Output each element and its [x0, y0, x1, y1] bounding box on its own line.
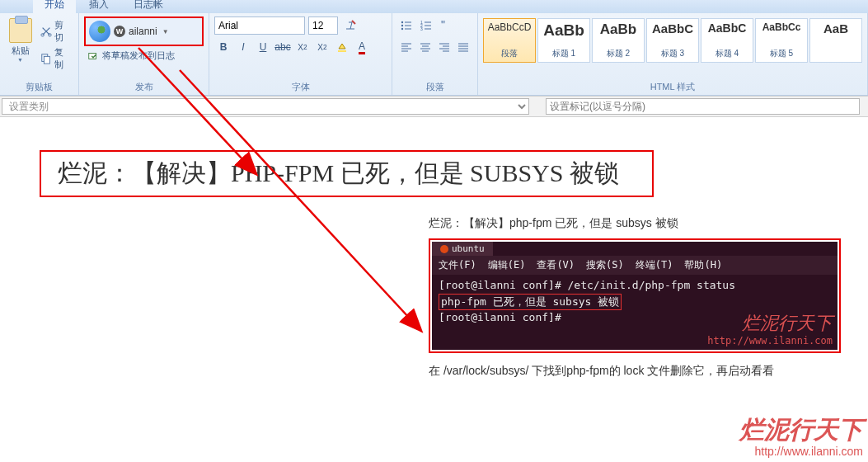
bold-button[interactable]: B	[214, 38, 232, 56]
document-area: 烂泥：【解决】PHP-FPM 已死，但是 SUBSYS 被锁 烂泥：【解决】ph…	[0, 117, 868, 380]
style-box-2[interactable]: AaBb标题 2	[592, 18, 645, 63]
scissors-icon	[40, 26, 52, 37]
style-box-5[interactable]: AaBbCc标题 5	[755, 18, 808, 63]
font-color-button[interactable]: A	[353, 38, 371, 56]
paste-button[interactable]: 粘贴 ▼	[5, 16, 35, 79]
globe-icon	[89, 21, 110, 42]
term-line-1: [root@ilanni conf]# /etc/init.d/php-fpm …	[439, 278, 831, 293]
ribbon: 粘贴 ▼ 剪切 复制 剪贴板	[0, 13, 868, 96]
bullets-button[interactable]	[397, 16, 415, 35]
copy-icon	[40, 53, 52, 64]
tab-start[interactable]: 开始	[33, 0, 76, 13]
ribbon-tabs: 开始 插入 日志帐	[0, 0, 868, 13]
term-line-2-highlighted: php-fpm 已死，但是 subsys 被锁	[439, 294, 622, 310]
ubuntu-icon	[440, 245, 448, 253]
underline-button[interactable]: U	[254, 38, 272, 56]
terminal-watermark: 烂泥行天下 http://www.ilanni.com	[707, 312, 833, 348]
style-box-3[interactable]: AaBbC标题 3	[646, 18, 699, 63]
style-label: 标题 4	[716, 48, 739, 59]
term-menu-view: 查看(V)	[537, 258, 575, 272]
style-preview: AaB	[823, 21, 848, 35]
align-right-button[interactable]	[436, 38, 453, 56]
style-preview: AaBb	[543, 21, 584, 40]
category-select[interactable]: 设置类别	[2, 98, 529, 115]
group-label-styles: HTML 样式	[483, 79, 862, 93]
publish-icon	[87, 50, 99, 62]
style-label: 标题 5	[770, 48, 793, 59]
publish-draft-label: 将草稿发布到日志	[102, 50, 175, 62]
align-center-button[interactable]	[416, 38, 434, 56]
body-line-1: 烂泥：【解决】php-fpm 已死，但是 subsys 被锁	[429, 214, 841, 232]
strikethrough-button[interactable]: abc	[274, 38, 292, 56]
svg-rect-5	[338, 50, 346, 52]
group-paragraph: 123 " 段落	[392, 13, 478, 95]
publish-draft-button[interactable]: 将草稿发布到日志	[84, 48, 204, 64]
style-preview: AaBbC	[652, 21, 693, 35]
style-box-6[interactable]: AaB	[809, 18, 862, 63]
group-styles: AaBbCcD段落AaBb标题 1AaBb标题 2AaBbC标题 3AaBbC标…	[478, 13, 868, 95]
font-name-select[interactable]	[214, 16, 305, 35]
tags-input[interactable]	[546, 98, 860, 115]
category-bar: 设置类别	[0, 96, 868, 117]
svg-text:": "	[441, 19, 445, 31]
style-preview: AaBbCc	[762, 21, 801, 33]
svg-text:3: 3	[420, 26, 423, 31]
term-menu-search: 搜索(S)	[586, 258, 624, 272]
svg-point-7	[401, 25, 403, 26]
post-title[interactable]: 烂泥：【解决】PHP-FPM 已死，但是 SUBSYS 被锁	[58, 157, 636, 191]
terminal-screenshot-box: ubuntu 文件(F) 编辑(E) 查看(V) 搜索(S) 终端(T) 帮助(…	[429, 238, 841, 353]
blockquote-button[interactable]: "	[437, 16, 455, 35]
copy-label: 复制	[54, 46, 72, 71]
clear-format-button[interactable]	[341, 16, 359, 35]
tab-insert[interactable]: 插入	[77, 0, 120, 13]
account-name: ailanni	[129, 26, 157, 37]
align-justify-button[interactable]	[455, 38, 472, 56]
style-label: 标题 2	[607, 48, 630, 59]
paste-label: 粘贴	[12, 45, 30, 57]
group-label-clipboard: 剪贴板	[5, 79, 73, 93]
style-label: 段落	[501, 48, 518, 59]
terminal-tab: ubuntu	[432, 242, 493, 256]
highlight-button[interactable]	[333, 38, 351, 56]
group-publish: W ailanni ▼ 将草稿发布到日志 发布	[79, 13, 209, 95]
wordpress-icon: W	[114, 26, 125, 37]
term-menu-terminal: 终端(T)	[636, 258, 673, 272]
term-menu-edit: 编辑(E)	[488, 258, 526, 272]
term-menu-file: 文件(F)	[439, 258, 476, 272]
post-body[interactable]: 烂泥：【解决】php-fpm 已死，但是 subsys 被锁 ubuntu 文件…	[429, 214, 841, 380]
body-line-2: 在 /var/lock/subsys/ 下找到php-fpm的 lock 文件删…	[429, 361, 841, 380]
term-menu-help: 帮助(H)	[684, 258, 722, 272]
svg-point-6	[401, 21, 403, 23]
style-box-0[interactable]: AaBbCcD段落	[483, 18, 536, 63]
style-box-4[interactable]: AaBbC标题 4	[701, 18, 753, 63]
style-label: 标题 3	[661, 48, 684, 59]
tab-other[interactable]: 日志帐	[122, 0, 175, 13]
copy-button[interactable]: 复制	[39, 45, 73, 72]
terminal-menubar: 文件(F) 编辑(E) 查看(V) 搜索(S) 终端(T) 帮助(H)	[432, 256, 838, 275]
style-preview: AaBbCcD	[488, 21, 532, 33]
title-highlight-box: 烂泥：【解决】PHP-FPM 已死，但是 SUBSYS 被锁	[40, 150, 654, 197]
cut-button[interactable]: 剪切	[39, 18, 73, 45]
subscript-button[interactable]: X2	[293, 38, 312, 56]
paste-icon	[9, 18, 32, 43]
style-label: 标题 1	[552, 48, 575, 59]
group-font: B I U abc X2 X2 A 字体	[209, 13, 392, 95]
svg-point-8	[401, 28, 403, 30]
italic-button[interactable]: I	[234, 38, 252, 56]
chevron-down-icon: ▼	[162, 28, 169, 35]
style-preview: AaBb	[600, 21, 636, 38]
page-watermark: 烂泥行天下 http://www.ilanni.com	[739, 415, 863, 459]
numbering-button[interactable]: 123	[417, 16, 435, 35]
style-box-1[interactable]: AaBb标题 1	[537, 18, 590, 63]
align-left-button[interactable]	[397, 38, 415, 56]
group-clipboard: 粘贴 ▼ 剪切 复制 剪贴板	[0, 13, 79, 95]
terminal-screenshot: ubuntu 文件(F) 编辑(E) 查看(V) 搜索(S) 终端(T) 帮助(…	[432, 242, 838, 350]
cut-label: 剪切	[54, 19, 72, 44]
font-size-select[interactable]	[308, 16, 338, 35]
superscript-button[interactable]: X2	[313, 38, 331, 56]
group-label-paragraph: 段落	[397, 79, 472, 93]
group-label-font: 字体	[214, 79, 387, 93]
blog-account-selector[interactable]: W ailanni ▼	[84, 16, 204, 46]
svg-rect-3	[44, 56, 49, 64]
style-preview: AaBbC	[708, 21, 747, 35]
